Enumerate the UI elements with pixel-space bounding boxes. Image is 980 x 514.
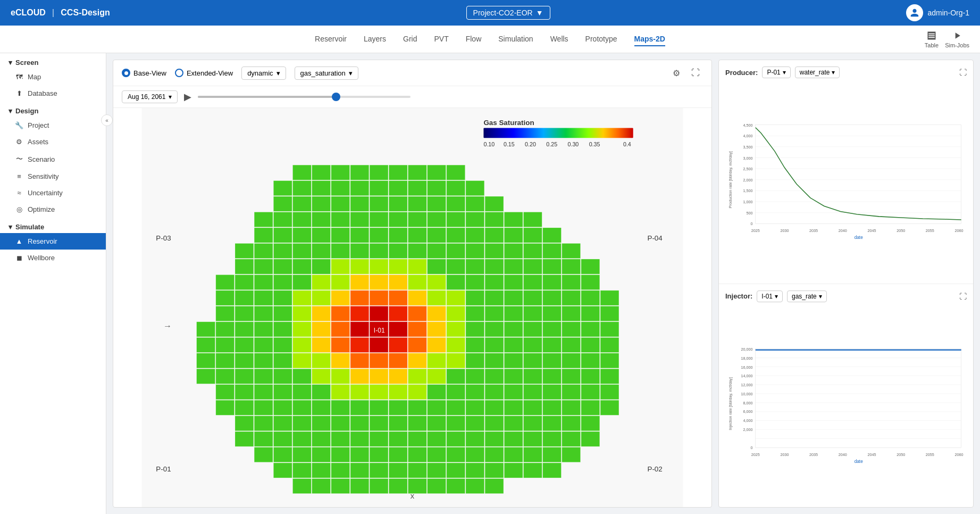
svg-rect-208 <box>216 353 234 368</box>
svg-rect-113 <box>447 275 465 289</box>
svg-rect-212 <box>293 353 312 368</box>
svg-rect-54 <box>370 228 388 243</box>
svg-rect-139 <box>562 291 581 305</box>
svg-text:4,000: 4,000 <box>743 418 753 422</box>
project-selector[interactable]: Project-CO2-EOR ▼ <box>466 6 550 20</box>
svg-rect-163 <box>197 322 215 337</box>
svg-rect-100 <box>581 259 600 274</box>
nav-layers[interactable]: Layers <box>364 32 386 46</box>
sidebar-item-uncertainty[interactable]: ≈ Uncertainty <box>0 185 106 201</box>
base-view-radio[interactable]: Base-View <box>122 69 166 77</box>
sidebar-item-project[interactable]: 🔧 Project <box>0 117 106 134</box>
extended-view-radio[interactable]: Extended-View <box>175 69 233 77</box>
svg-rect-28 <box>408 196 426 211</box>
svg-rect-77 <box>485 243 504 258</box>
sidebar-item-wellbore[interactable]: ◼ Wellbore <box>0 250 106 266</box>
nav-wells[interactable]: Wells <box>550 32 568 46</box>
svg-rect-141 <box>600 291 619 305</box>
svg-rect-150 <box>370 306 388 321</box>
svg-rect-166 <box>254 322 273 337</box>
design-section-label: Design <box>15 107 38 115</box>
nav-prototype[interactable]: Prototype <box>585 32 617 46</box>
sidebar-section-design[interactable]: ▾ Design <box>0 102 106 117</box>
nav-reservoir[interactable]: Reservoir <box>315 32 347 46</box>
svg-text:I-01: I-01 <box>374 327 385 334</box>
svg-rect-110 <box>389 275 407 289</box>
user-avatar <box>906 4 923 21</box>
sidebar-collapse-button[interactable]: « <box>101 114 113 126</box>
dynamic-select[interactable]: dynamic ▾ <box>241 67 286 80</box>
expand-map-button[interactable]: ⛶ <box>688 65 703 80</box>
svg-text:6,000: 6,000 <box>743 409 753 414</box>
sidebar-section-screen[interactable]: ▾ Screen <box>0 53 106 69</box>
producer-expand-button[interactable]: ⛶ <box>959 68 967 77</box>
nav-grid[interactable]: Grid <box>403 32 417 46</box>
scenario-icon: 〜 <box>15 154 23 164</box>
svg-text:2035: 2035 <box>809 228 818 233</box>
nav-right-tools: Table Sim-Jobs <box>925 30 969 48</box>
svg-rect-356 <box>428 463 446 478</box>
svg-rect-158 <box>523 306 542 321</box>
svg-rect-22 <box>293 196 312 211</box>
injector-rate-select[interactable]: gas_rate ▾ <box>787 291 827 302</box>
svg-rect-223 <box>504 353 523 368</box>
svg-rect-47 <box>523 212 542 227</box>
svg-text:18,000: 18,000 <box>741 356 752 361</box>
injector-chart-svg: Injection rate [bbl/day, mcf/day] <box>725 306 967 501</box>
svg-rect-313 <box>254 432 273 446</box>
nav-pvt[interactable]: PVT <box>434 32 448 46</box>
settings-icon-button[interactable]: ⚙ <box>669 65 684 80</box>
nav-flow[interactable]: Flow <box>466 32 482 46</box>
sidebar-item-database[interactable]: ⬆ Database <box>0 85 106 102</box>
scenario-item-label: Scenario <box>28 155 55 163</box>
map-visualization: // This will be generated via JS below I… <box>113 108 711 507</box>
injector-label: Injector: <box>725 292 752 300</box>
table-nav-button[interactable]: Table <box>925 30 939 48</box>
svg-rect-281 <box>389 400 407 415</box>
svg-rect-277 <box>312 400 331 415</box>
sidebar-item-sensitivity[interactable]: ≡ Sensitivity <box>0 168 106 185</box>
sim-jobs-nav-button[interactable]: Sim-Jobs <box>945 30 969 48</box>
injector-expand-button[interactable]: ⛶ <box>959 292 967 301</box>
timeline-slider[interactable] <box>198 92 411 102</box>
svg-rect-252 <box>235 385 254 400</box>
svg-text:1,000: 1,000 <box>743 200 753 204</box>
sidebar-item-map[interactable]: 🗺 Map <box>0 69 106 85</box>
sidebar-item-reservoir[interactable]: ▲ Reservoir <box>0 233 106 250</box>
date-selector[interactable]: Aug 16, 2061 ▾ <box>122 90 178 103</box>
svg-rect-33 <box>254 212 273 227</box>
svg-rect-273 <box>235 400 254 415</box>
svg-rect-322 <box>428 432 446 446</box>
svg-rect-75 <box>447 243 465 258</box>
play-button[interactable]: ▶ <box>184 91 191 103</box>
svg-rect-267 <box>523 385 542 400</box>
slider-thumb[interactable] <box>332 93 340 101</box>
producer-rate-select[interactable]: water_rate ▾ <box>795 67 840 78</box>
sidebar-item-scenario[interactable]: 〜 Scenario <box>0 150 106 168</box>
svg-rect-363 <box>293 478 312 493</box>
svg-text:4,500: 4,500 <box>743 123 753 128</box>
sidebar-item-optimize[interactable]: ◎ Optimize <box>0 201 106 218</box>
sidebar-section-simulate[interactable]: ▾ Simulate <box>0 218 106 233</box>
nav-maps-2d[interactable]: Maps-2D <box>634 32 665 46</box>
svg-rect-246 <box>523 369 542 384</box>
svg-rect-119 <box>562 275 581 289</box>
svg-rect-13 <box>331 181 350 196</box>
map-item-label: Map <box>28 73 41 81</box>
svg-rect-98 <box>543 259 562 274</box>
database-item-label: Database <box>28 89 57 97</box>
producer-well-select[interactable]: P-01 ▾ <box>762 67 790 78</box>
database-icon: ⬆ <box>15 89 23 97</box>
p04-label: P-04 <box>647 234 663 242</box>
svg-rect-72 <box>389 243 407 258</box>
sidebar-item-assets[interactable]: ⚙ Assets <box>0 134 106 150</box>
svg-rect-9 <box>447 165 465 180</box>
svg-rect-144 <box>254 306 273 321</box>
gas-saturation-select[interactable]: gas_saturation ▾ <box>295 67 358 80</box>
nav-simulation[interactable]: Simulation <box>498 32 533 46</box>
svg-rect-82 <box>235 259 254 274</box>
svg-rect-23 <box>312 196 331 211</box>
injector-well-select[interactable]: I-01 ▾ <box>757 291 783 302</box>
svg-rect-131 <box>408 291 426 305</box>
producer-chart-svg: Production rate [bbl/day, mcf/day] <box>725 82 967 277</box>
